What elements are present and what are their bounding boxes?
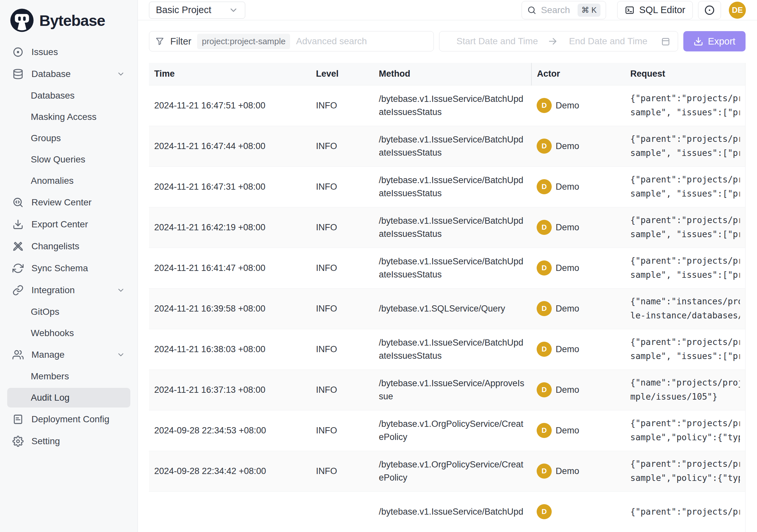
log-actor: DDemo <box>531 167 625 207</box>
column-header-level[interactable]: Level <box>311 63 374 85</box>
terminal-icon <box>625 5 635 15</box>
sql-editor-button[interactable]: SQL Editor <box>617 1 693 19</box>
sidebar-item-setting[interactable]: Setting <box>7 431 130 452</box>
log-time: 2024-09-28 22:34:53 +08:00 <box>149 410 311 451</box>
sidebar-item-groups[interactable]: Groups <box>7 128 130 148</box>
log-level: INFO <box>311 369 374 410</box>
log-time: 2024-11-21 16:39:58 +08:00 <box>149 288 311 329</box>
actor-name: Demo <box>556 466 579 476</box>
sidebar-item-anomalies[interactable]: Anomalies <box>7 171 130 191</box>
sidebar-item-manage[interactable]: Manage <box>7 345 130 365</box>
calendar-icon <box>661 36 671 46</box>
link-icon <box>13 285 24 296</box>
log-request: {"parent":"projects/pr sample", "issues"… <box>625 329 745 369</box>
gear-icon <box>13 436 24 447</box>
app-root: Bytebase Issues Database Databases Mask <box>0 0 757 532</box>
log-actor: DDemo <box>531 126 625 167</box>
sidebar-item-label: Databases <box>31 90 75 101</box>
sidebar-item-audit-log[interactable]: Audit Log <box>7 388 130 408</box>
start-date-placeholder[interactable]: Start Date and Time <box>447 36 548 47</box>
sidebar-item-webhooks[interactable]: Webhooks <box>7 323 130 343</box>
log-level: INFO <box>311 288 374 329</box>
log-method: /bytebase.v1.IssueService/ApproveIs sue <box>374 369 531 410</box>
sidebar-item-export-center[interactable]: Export Center <box>7 214 130 235</box>
log-method: /bytebase.v1.IssueService/BatchUpd ateIs… <box>374 167 531 207</box>
search-shortcut: ⌘ K <box>578 4 601 17</box>
log-level: INFO <box>311 167 374 207</box>
log-request: {"parent":"projects/pr sample","policy":… <box>625 410 745 451</box>
content: Filter project:project-sample Start Date… <box>138 20 757 532</box>
project-selector[interactable]: Basic Project <box>149 2 245 19</box>
advanced-search-input[interactable] <box>296 36 428 47</box>
actor-name: Demo <box>556 344 579 355</box>
log-actor: DDemo <box>531 248 625 288</box>
sidebar-item-changelists[interactable]: Changelists <box>7 236 130 257</box>
table-row: /bytebase.v1.IssueService/BatchUpd D {"p… <box>149 491 745 532</box>
end-date-placeholder[interactable]: End Date and Time <box>558 36 659 47</box>
sidebar-item-integration[interactable]: Integration <box>7 280 130 300</box>
sidebar-item-deployment-config[interactable]: Deployment Config <box>7 409 130 429</box>
sidebar-item-label: Changelists <box>31 241 79 252</box>
log-level: INFO <box>311 451 374 491</box>
filter-chip[interactable]: project:project-sample <box>197 34 290 49</box>
search-label: Search <box>541 5 573 16</box>
sidebar-item-label: Integration <box>31 285 75 296</box>
actor-name: Demo <box>556 385 579 395</box>
table-row: 2024-11-21 16:41:47 +08:00 INFO /bytebas… <box>149 248 745 288</box>
logo-wordmark: Bytebase <box>39 12 105 29</box>
table-header-row: Time Level Method Actor Request <box>149 63 745 85</box>
search-button[interactable]: Search ⌘ K <box>522 1 606 19</box>
actor-avatar: D <box>537 220 552 235</box>
log-time: 2024-11-21 16:37:13 +08:00 <box>149 369 311 410</box>
sidebar-item-databases[interactable]: Databases <box>7 86 130 106</box>
sidebar-item-gitops[interactable]: GitOps <box>7 302 130 322</box>
sidebar-item-slow-queries[interactable]: Slow Queries <box>7 150 130 169</box>
user-avatar[interactable]: DE <box>729 2 746 19</box>
log-request: {"name":"projects/proj mple/issues/105"} <box>625 369 745 410</box>
sidebar-item-label: Setting <box>31 436 60 447</box>
log-level: INFO <box>311 410 374 451</box>
sidebar-item-label: Masking Access <box>31 112 97 122</box>
sidebar-item-sync-schema[interactable]: Sync Schema <box>7 258 130 278</box>
download-icon <box>13 219 24 230</box>
sidebar-item-label: Audit Log <box>31 392 70 403</box>
actor-avatar: D <box>537 423 552 438</box>
column-header-request[interactable]: Request <box>625 63 745 85</box>
actor-name: Demo <box>556 263 579 273</box>
log-request: {"parent":"projects/pr sample", "issues"… <box>625 167 745 207</box>
code-search-icon <box>13 197 24 208</box>
export-download-icon <box>693 36 703 46</box>
sidebar-item-label: Review Center <box>31 197 92 208</box>
column-header-method[interactable]: Method <box>374 63 531 85</box>
pencils-icon <box>13 241 24 252</box>
log-actor: DDemo <box>531 329 625 369</box>
log-actor: DDemo <box>531 451 625 491</box>
table-row: 2024-11-21 16:37:13 +08:00 INFO /bytebas… <box>149 369 745 410</box>
sidebar-item-review-center[interactable]: Review Center <box>7 192 130 213</box>
log-actor: DDemo <box>531 207 625 248</box>
date-range-picker[interactable]: Start Date and Time End Date and Time <box>439 31 678 51</box>
sidebar-item-label: Sync Schema <box>31 263 88 273</box>
actor-name: Demo <box>556 304 579 314</box>
actor-name: Demo <box>556 101 579 111</box>
filter-box[interactable]: Filter project:project-sample <box>149 31 434 51</box>
table-row: 2024-09-28 22:34:53 +08:00 INFO /bytebas… <box>149 410 745 451</box>
actor-name: Demo <box>556 222 579 233</box>
column-header-time[interactable]: Time <box>149 63 311 85</box>
sidebar-item-issues[interactable]: Issues <box>7 42 130 62</box>
actor-name: Demo <box>556 141 579 151</box>
sidebar-item-database[interactable]: Database <box>7 64 130 84</box>
log-actor: DDemo <box>531 410 625 451</box>
sidebar-item-members[interactable]: Members <box>7 366 130 386</box>
log-time: 2024-11-21 16:42:19 +08:00 <box>149 207 311 248</box>
column-header-actor[interactable]: Actor <box>531 63 625 85</box>
log-time: 2024-11-21 16:47:44 +08:00 <box>149 126 311 167</box>
export-button[interactable]: Export <box>683 31 745 51</box>
actor-avatar: D <box>537 261 552 275</box>
logo[interactable]: Bytebase <box>0 8 137 33</box>
circle-dot-button[interactable] <box>698 1 721 19</box>
log-time: 2024-11-21 16:47:31 +08:00 <box>149 167 311 207</box>
main-area: Basic Project Search ⌘ K SQL Editor <box>138 0 757 532</box>
log-time: 2024-09-28 22:34:42 +08:00 <box>149 451 311 491</box>
sidebar-item-masking-access[interactable]: Masking Access <box>7 107 130 127</box>
